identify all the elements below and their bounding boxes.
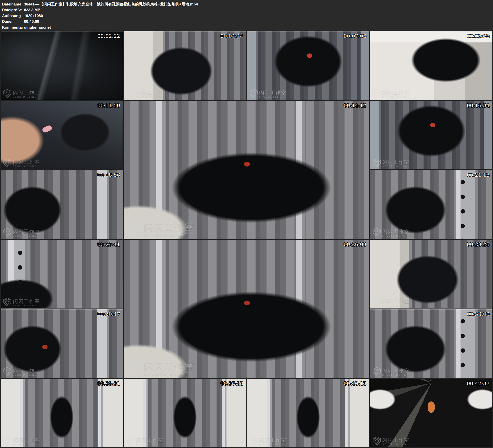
studio-watermark-text: 闪闪工作室 STUDIO BLING [13,229,40,237]
studio-name-cn: 闪闪工作室 [13,438,40,443]
studio-logo-icon [373,228,381,237]
studio-watermark: 闪闪工作室 STUDIO BLING [3,89,40,98]
studio-name-cn: 闪闪工作室 [259,90,287,95]
studio-name-en: STUDIO BLING [13,165,40,168]
timestamp-overlay: 00:23:41 [97,241,120,247]
video-thumbnail: 00:40:15 闪闪工作室 STUDIO BLING [247,379,369,448]
resolution-value: 1920x1080 [24,13,43,19]
studio-name-en: STUDIO BLING [382,235,410,237]
studio-watermark-text: 闪闪工作室 STUDIO BLING [13,90,40,98]
timestamp-overlay: 00:30:47 [97,311,120,317]
studio-watermark-text: 闪闪工作室 STUDIO BLING [136,90,163,98]
studio-watermark-text: 闪闪工作室 STUDIO BLING [382,438,410,446]
studio-logo-icon [126,89,134,98]
studio-logo-icon [3,89,11,98]
video-thumbnail: 00:28:25 闪闪工作室 STUDIO BLING [370,240,493,308]
meta-label: Dateigröße [2,7,20,13]
studio-name-cn: 闪闪工作室 [13,229,40,234]
metadata-header: Dateiname : 36441----【闪闪工作室】乳胶填充完全体，她的所有… [0,0,493,31]
timestamp-overlay: 00:11:50 [97,102,120,108]
timestamp-overlay: 00:26:03 [344,241,366,247]
studio-name-cn: 闪闪工作室 [136,438,163,443]
meta-colon: : [20,19,24,24]
timestamp-overlay: 00:40:15 [344,381,366,386]
timestamp-overlay: 00:42:37 [467,381,490,386]
meta-colon: : [20,7,24,13]
meta-row-dateigroesse: Dateigröße : 823.3 MB [2,7,493,13]
studio-watermark: 闪闪工作室 STUDIO BLING [373,158,410,168]
studio-name-en: STUDIO BLING [144,233,195,237]
video-thumbnail: 00:07:06 闪闪工作室 STUDIO BLING [247,31,369,100]
studio-name-en: STUDIO BLING [382,165,410,168]
video-thumbnail: 00:42:37 闪闪工作室 STUDIO BLING [370,379,493,448]
studio-logo-icon [3,297,11,307]
studio-logo-icon [3,228,11,237]
studio-watermark-text: 闪闪工作室 STUDIO BLING [259,438,287,446]
timestamp-overlay: 00:07:06 [344,33,366,39]
meta-colon: : [20,1,24,7]
studio-logo-icon [373,158,381,168]
video-thumbnail: 00:37:53 闪闪工作室 STUDIO BLING [124,379,246,448]
studio-name-en: STUDIO BLING [144,372,195,376]
studio-watermark-text: 闪闪工作室 STUDIO BLING [382,299,410,307]
studio-watermark-text: 闪闪工作室 STUDIO BLING [144,222,195,237]
studio-name-cn: 闪闪工作室 [13,90,40,95]
studio-logo-icon [373,367,381,376]
studio-watermark-text: 闪闪工作室 STUDIO BLING [382,368,410,376]
meta-row-dauer: Dauer : 00:45:00 [2,19,493,24]
video-thumbnail: 00:16:34 闪闪工作室 STUDIO BLING [370,101,493,169]
studio-logo-icon [3,158,11,168]
studio-name-en: STUDIO BLING [13,96,40,98]
meta-label: Auflösung [2,13,20,19]
studio-watermark: 闪闪工作室 STUDIO BLING [126,359,195,376]
video-thumbnail: 00:35:31 闪闪工作室 STUDIO BLING [0,379,123,448]
studio-name-cn: 闪闪工作室 [382,90,410,95]
file-name-value: 36441----【闪闪工作室】乳胶填充完全体，她的所有孔洞都是红色的乳胶拘束椅… [24,1,198,7]
studio-logo-icon [3,436,11,446]
studio-name-cn: 闪闪工作室 [382,299,410,304]
studio-logo-icon [126,436,134,446]
studio-name-en: STUDIO BLING [136,443,163,446]
studio-logo-icon [373,297,381,307]
studio-logo-icon [250,89,258,98]
studio-name-en: STUDIO BLING [13,235,40,237]
duration-value: 00:45:00 [24,19,39,24]
timestamp-overlay: 00:37:53 [220,381,243,386]
timestamp-overlay: 00:21:18 [467,172,490,178]
video-thumbnail: 00:11:50 闪闪工作室 STUDIO BLING [0,101,123,169]
timestamp-overlay: 00:18:56 [97,172,120,178]
studio-name-en: STUDIO BLING [13,304,40,307]
studio-name-cn: 闪闪工作室 [259,438,287,443]
studio-watermark-text: 闪闪工作室 STUDIO BLING [382,90,410,98]
comment-value: qinglanhua.net [24,24,51,30]
studio-name-cn: 闪闪工作室 [13,160,40,165]
timestamp-overlay: 00:04:44 [220,33,243,39]
studio-watermark-text: 闪闪工作室 STUDIO BLING [13,299,40,307]
studio-watermark: 闪闪工作室 STUDIO BLING [3,367,40,376]
video-thumbnail: 00:26:03 闪闪工作室 STUDIO BLING [124,240,369,378]
studio-name-cn: 闪闪工作室 [382,160,410,165]
studio-watermark-text: 闪闪工作室 STUDIO BLING [13,368,40,376]
studio-name-cn: 闪闪工作室 [382,368,410,373]
studio-name-en: STUDIO BLING [136,96,163,98]
meta-colon: : [20,13,24,19]
studio-logo-icon [126,359,141,376]
studio-watermark: 闪闪工作室 STUDIO BLING [3,297,40,307]
timestamp-overlay: 00:33:09 [467,311,490,317]
studio-watermark: 闪闪工作室 STUDIO BLING [126,436,163,446]
video-thumbnail: 00:21:18 闪闪工作室 STUDIO BLING [370,170,493,239]
studio-name-cn: 闪闪工作室 [144,361,195,371]
video-thumbnail: 00:23:41 闪闪工作室 STUDIO BLING [0,240,123,308]
studio-watermark: 闪闪工作室 STUDIO BLING [373,228,410,237]
studio-watermark: 闪闪工作室 STUDIO BLING [373,367,410,376]
file-size-value: 823.3 MB [24,7,40,13]
timestamp-overlay: 00:14:12 [344,102,366,108]
meta-colon: : [20,24,24,30]
studio-name-en: STUDIO BLING [259,443,287,446]
meta-row-kommentar: Kommentar : qinglanhua.net [2,24,493,30]
studio-name-en: STUDIO BLING [13,374,40,376]
studio-name-cn: 闪闪工作室 [382,438,410,443]
studio-name-cn: 闪闪工作室 [144,222,195,232]
studio-watermark: 闪闪工作室 STUDIO BLING [126,89,163,98]
studio-watermark: 闪闪工作室 STUDIO BLING [250,436,287,446]
